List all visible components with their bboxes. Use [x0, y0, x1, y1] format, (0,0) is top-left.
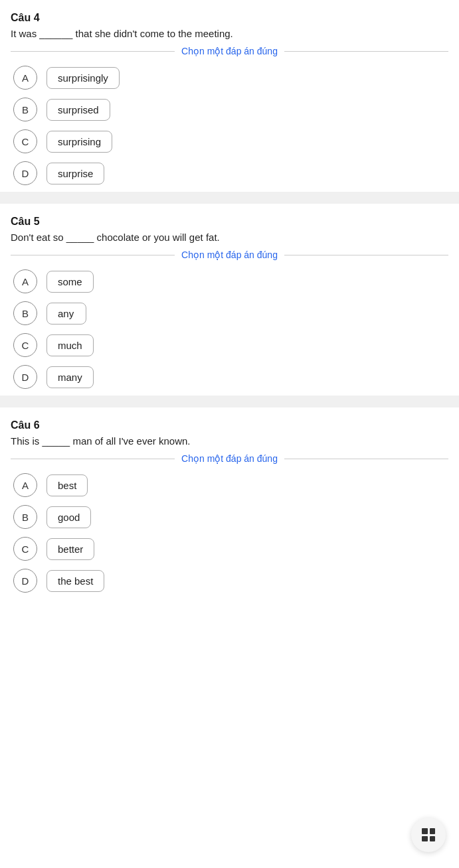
- option-5-c-box: much: [46, 334, 94, 356]
- option-6-b[interactable]: B good: [13, 505, 446, 529]
- option-6-b-circle: B: [13, 505, 37, 529]
- option-6-a-circle: A: [13, 473, 37, 497]
- question-6-options: A best B good C better D the best: [11, 473, 448, 593]
- grid-cell-1: [422, 828, 428, 834]
- question-5-instruction: Chọn một đáp án đúng: [175, 250, 284, 260]
- question-6-title: Câu 6: [11, 419, 448, 431]
- option-4-a[interactable]: A surprisingly: [13, 66, 446, 90]
- option-4-c[interactable]: C surprising: [13, 129, 446, 153]
- option-5-d-circle: D: [13, 365, 37, 389]
- option-5-b-box: any: [46, 303, 86, 325]
- question-4-block: Câu 4 It was ______ that she didn't come…: [0, 0, 459, 192]
- question-5-block: Câu 5 Don't eat so _____ chocolate or yo…: [0, 204, 459, 396]
- grid-icon: [422, 828, 435, 841]
- option-6-d-circle: D: [13, 569, 37, 593]
- option-4-d-circle: D: [13, 161, 37, 185]
- question-4-divider: Chọn một đáp án đúng: [11, 46, 448, 56]
- option-6-c-circle: C: [13, 537, 37, 561]
- option-6-c-box: better: [46, 538, 94, 560]
- divider-line-left: [11, 51, 175, 52]
- option-4-a-box: surprisingly: [46, 67, 120, 89]
- option-6-a[interactable]: A best: [13, 473, 446, 497]
- option-6-a-box: best: [46, 474, 88, 496]
- question-4-options: A surprisingly B surprised C surprising …: [11, 66, 448, 185]
- divider-line-right-6: [284, 459, 448, 459]
- option-5-d-box: many: [46, 366, 94, 388]
- option-4-d-box: surprise: [46, 163, 104, 184]
- question-4-instruction: Chọn một đáp án đúng: [175, 46, 284, 56]
- option-4-b-circle: B: [13, 98, 37, 121]
- question-6-instruction: Chọn một đáp án đúng: [175, 453, 284, 464]
- divider-line-left-6: [11, 459, 175, 459]
- option-5-a-circle: A: [13, 269, 37, 293]
- option-5-a[interactable]: A some: [13, 269, 446, 293]
- divider-line-right: [284, 51, 448, 52]
- option-5-c-circle: C: [13, 333, 37, 357]
- option-6-d[interactable]: D the best: [13, 569, 446, 593]
- option-4-d[interactable]: D surprise: [13, 161, 446, 185]
- question-6-divider: Chọn một đáp án đúng: [11, 453, 448, 464]
- option-6-b-box: good: [46, 506, 91, 528]
- question-5-options: A some B any C much D many: [11, 269, 448, 389]
- question-6-text: This is _____ man of all I've ever known…: [11, 435, 448, 447]
- grid-button[interactable]: [411, 818, 446, 852]
- grid-cell-4: [430, 836, 436, 842]
- option-6-c[interactable]: C better: [13, 537, 446, 561]
- question-4-text: It was ______ that she didn't come to th…: [11, 28, 448, 39]
- option-5-b[interactable]: B any: [13, 301, 446, 325]
- option-4-a-circle: A: [13, 66, 37, 90]
- grid-cell-2: [430, 828, 436, 834]
- separator-1: [0, 192, 459, 204]
- question-5-divider: Chọn một đáp án đúng: [11, 250, 448, 260]
- option-6-d-box: the best: [46, 570, 104, 592]
- question-5-title: Câu 5: [11, 216, 448, 228]
- option-4-c-circle: C: [13, 129, 37, 153]
- question-5-text: Don't eat so _____ chocolate or you will…: [11, 232, 448, 243]
- option-5-a-box: some: [46, 271, 94, 293]
- option-4-b[interactable]: B surprised: [13, 98, 446, 121]
- option-5-c[interactable]: C much: [13, 333, 446, 357]
- option-4-c-box: surprising: [46, 131, 112, 153]
- question-4-title: Câu 4: [11, 12, 448, 24]
- grid-cell-3: [422, 836, 428, 842]
- option-4-b-box: surprised: [46, 99, 110, 121]
- option-5-d[interactable]: D many: [13, 365, 446, 389]
- divider-line-left-5: [11, 255, 175, 255]
- question-6-block: Câu 6 This is _____ man of all I've ever…: [0, 407, 459, 599]
- separator-2: [0, 396, 459, 407]
- divider-line-right-5: [284, 255, 448, 255]
- option-5-b-circle: B: [13, 301, 37, 325]
